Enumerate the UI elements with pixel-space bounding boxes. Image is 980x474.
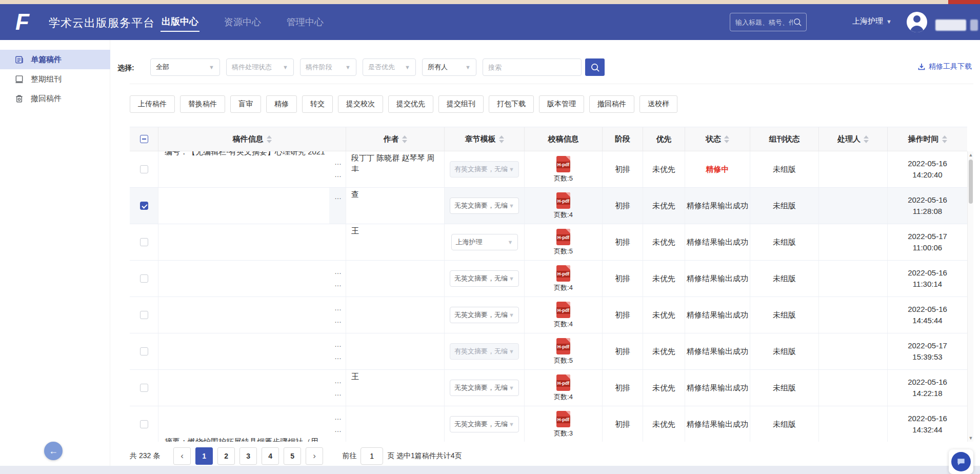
operation-time-cell: 2022-05-1611:28:08 [888,188,967,224]
chapter-template-select[interactable]: 无英文摘要，无编▼ [450,198,519,214]
filter-search-button[interactable] [585,58,605,76]
pdf-file-icon[interactable]: H-pdf [556,156,570,172]
pdf-file-icon[interactable]: H-pdf [556,411,570,427]
overflow-ellipsis: … [334,160,342,165]
chevron-down-icon: ▼ [509,203,514,209]
row-select-cell [130,406,158,442]
chapter-template-select[interactable]: 上海护理▼ [451,234,518,250]
table-row: ……王无英文摘要，无编▼H-pdf页数:4初排未优先精修结果输出成功未组版202… [130,370,967,406]
row-checkbox[interactable] [140,238,148,246]
row-checkbox[interactable] [140,347,148,356]
column-header-label: 操作时间 [908,134,939,144]
chapter-template-select[interactable]: 无英文摘要，无编▼ [450,416,519,432]
column-header-7[interactable]: 状态 [685,127,750,151]
back-floating-button[interactable]: ← [44,442,63,460]
filter-select-5[interactable]: 所有人▼ [422,58,476,76]
page-button-4[interactable]: 4 [262,447,279,465]
sort-caret-icon[interactable] [942,135,947,143]
action-button-9[interactable]: 打包下载 [489,95,534,113]
brand-logo: F [15,10,29,34]
nav-item-2[interactable]: 资源中心 [223,13,262,31]
action-button-12[interactable]: 送校样 [639,95,677,113]
user-avatar[interactable] [907,12,927,32]
chapter-template-select[interactable]: 无英文摘要，无编▼ [450,307,519,323]
filter-select-value: 稿件阶段 [306,63,332,72]
chapter-template-select[interactable]: 无英文摘要，无编▼ [450,270,519,287]
sidebar-item-doc[interactable]: 单篇稿件 [0,50,110,69]
action-button-4[interactable]: 精修 [266,95,297,113]
username-redacted [935,19,966,31]
org-switcher[interactable]: 上海护理 ▼ [852,16,892,26]
action-button-8[interactable]: 提交组刊 [438,95,484,113]
filter-select-4[interactable]: 是否优先▼ [363,58,416,76]
action-button-2[interactable]: 替换稿件 [180,95,225,113]
chat-widget-button[interactable] [949,449,973,474]
next-page-button[interactable]: › [306,447,323,465]
pdf-file-icon[interactable]: H-pdf [556,338,570,354]
row-checkbox[interactable] [140,202,148,210]
filter-select-2[interactable]: 稿件处理状态▼ [226,58,294,76]
sort-caret-icon[interactable] [402,135,407,143]
row-checkbox[interactable] [140,165,148,173]
page-button-5[interactable]: 5 [284,447,301,465]
action-button-7[interactable]: 提交优先 [388,95,433,113]
sidebar-item-book[interactable]: 整期组刊 [0,69,110,89]
filter-search-input[interactable] [483,58,582,76]
group-status-cell-text: 未组版 [773,165,796,174]
pdf-file-icon[interactable]: H-pdf [556,265,570,282]
prev-page-button[interactable]: ‹ [173,447,191,465]
sort-caret-icon[interactable] [499,135,504,143]
page-button-2[interactable]: 2 [217,447,235,465]
scrollbar-thumb[interactable] [969,160,973,204]
status-cell-text: 精修结果输出成功 [687,274,748,284]
action-button-10[interactable]: 版本管理 [539,95,584,113]
operation-time-cell: 2022-05-1611:30:14 [888,261,967,297]
row-checkbox[interactable] [140,311,148,319]
sort-caret-icon[interactable] [864,135,869,143]
column-header-2[interactable]: 作者 [346,127,445,151]
scroll-up-icon[interactable]: ▲ [968,152,974,157]
row-checkbox[interactable] [140,420,148,428]
action-button-6[interactable]: 提交校次 [338,95,383,113]
table-scrollbar[interactable]: ▲ ▼ [967,151,973,442]
row-checkbox[interactable] [140,274,148,283]
chevron-down-icon: ▼ [405,64,410,70]
action-button-5[interactable]: 转交 [302,95,333,113]
manuscript-info-cell: 编号：【无编辑栏-有英文摘要】心理研究 2021…… [158,151,346,187]
global-search-box[interactable] [730,13,807,31]
page-button-1[interactable]: 1 [195,447,213,465]
proof-info: H-pdf页数:5 [554,229,573,256]
pdf-file-icon[interactable]: H-pdf [556,192,570,209]
pdf-file-icon[interactable]: H-pdf [556,374,570,391]
row-checkbox[interactable] [140,384,148,392]
sidebar-item-trash[interactable]: 撤回稿件 [0,89,110,108]
column-header-1[interactable]: 稿件信息 [158,127,346,151]
goto-page-input[interactable] [361,447,383,465]
pdf-file-icon[interactable]: H-pdf [556,229,570,245]
column-header-9[interactable]: 处理人 [819,127,888,151]
scroll-down-icon[interactable]: ▼ [968,436,974,441]
chevron-down-icon: ▼ [509,166,514,172]
global-search-input[interactable] [735,18,793,26]
filter-select-1[interactable]: 全部▼ [150,58,220,76]
select-all-header[interactable] [130,127,158,151]
refine-tool-download-link[interactable]: 精修工具下载 [917,62,972,71]
filter-select-3[interactable]: 稿件阶段▼ [300,58,356,76]
action-button-3[interactable]: 盲审 [230,95,261,113]
sort-caret-icon[interactable] [267,135,272,143]
sort-caret-icon[interactable] [724,135,729,143]
nav-item-3[interactable]: 管理中心 [286,13,325,31]
action-button-11[interactable]: 撤回稿件 [589,95,634,113]
action-button-1[interactable]: 上传稿件 [130,95,175,113]
priority-cell: 未优先 [643,333,685,369]
page-button-3[interactable]: 3 [239,447,257,465]
chapter-template-value: 上海护理 [456,238,483,247]
chapter-template-select[interactable]: 无英文摘要，无编▼ [450,380,519,396]
author-fragment: 查 [351,189,441,200]
select-all-checkbox[interactable] [140,135,148,143]
pdf-file-icon[interactable]: H-pdf [556,302,570,318]
nav-item-1[interactable]: 出版中心 [161,12,199,32]
column-header-10[interactable]: 操作时间 [888,127,967,151]
column-header-3[interactable]: 章节模板 [445,127,525,151]
author-cell [346,261,445,297]
